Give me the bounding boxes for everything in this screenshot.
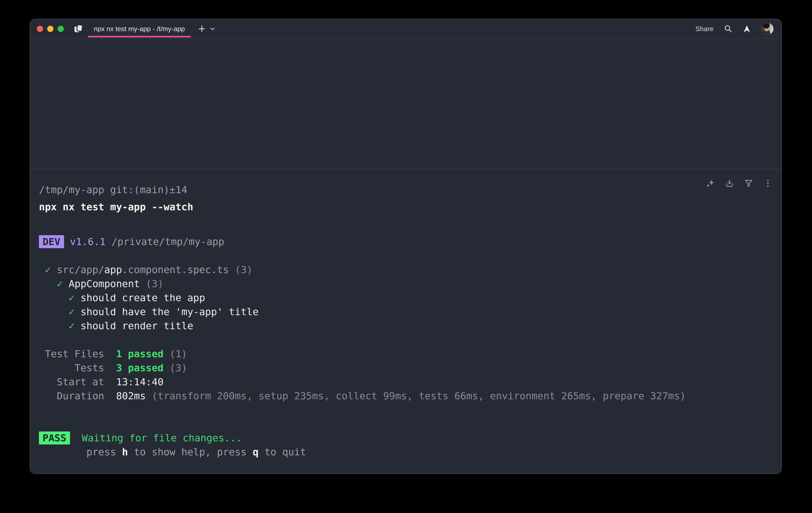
terminal-text-segment: src/app/ (57, 264, 104, 275)
terminal-text-segment: app (104, 264, 122, 275)
terminal-text-segment: h (122, 446, 128, 458)
filter-icon[interactable] (744, 179, 753, 188)
download-icon[interactable] (725, 179, 734, 188)
more-menu-icon[interactable] (763, 179, 773, 188)
terminal-text-segment (75, 320, 80, 331)
tab-active[interactable]: npx nx test my-app - /t/my-app (88, 19, 191, 38)
scrollback-area (30, 39, 781, 169)
terminal-line: Test Files 1 passed (1) (39, 347, 773, 361)
terminal-line (39, 417, 773, 431)
terminal-text-segment (75, 306, 80, 318)
terminal-line (39, 403, 773, 417)
terminal-text-segment: press (39, 446, 122, 458)
terminal-text-segment: to show help, press (128, 446, 253, 458)
terminal-line (39, 333, 773, 347)
tab-title: npx nx test my-app - /t/my-app (94, 25, 185, 33)
terminal-line: press h to show help, press q to quit (39, 445, 773, 459)
warp-logo-icon[interactable] (743, 25, 751, 33)
terminal-line: Tests 3 passed (3) (39, 361, 773, 375)
terminal-line: Duration 802ms (transform 200ms, setup 2… (39, 389, 773, 403)
terminal-text-segment: Duration (39, 390, 116, 402)
terminal-text-segment: should create the app (80, 292, 205, 303)
terminal-line (39, 221, 773, 235)
command-text[interactable]: npx nx test my-app --watch (39, 200, 773, 214)
shell-prompt[interactable]: /tmp/my-app git:(main)±14 (39, 183, 773, 197)
terminal-text-segment (39, 306, 68, 318)
pages-icon[interactable] (74, 24, 84, 33)
active-tab-underline (88, 36, 191, 37)
terminal-line: ✓ should render title (39, 319, 773, 333)
terminal-text-segment (229, 264, 235, 275)
terminal-text-segment: should render title (80, 320, 193, 331)
terminal-line: ✓ should have the 'my-app' title (39, 305, 773, 319)
terminal-line: DEV v1.6.1 /private/tmp/my-app (39, 235, 773, 249)
terminal-text-segment: DEV (39, 235, 64, 248)
terminal-output: DEV v1.6.1 /private/tmp/my-app ✓ src/app… (39, 221, 773, 459)
terminal-text-segment: ✓ (68, 306, 75, 318)
terminal-window: npx nx test my-app - /t/my-app + Share (30, 19, 782, 474)
terminal-text-segment: (1) (164, 348, 187, 359)
terminal-text-segment: AppComponent (68, 278, 140, 290)
terminal-text-segment: ✓ (57, 278, 63, 290)
terminal-text-segment: ✓ (68, 292, 75, 303)
terminal-text-segment (63, 278, 69, 290)
terminal-text-segment: 802ms (116, 390, 146, 402)
terminal-line: PASS Waiting for file changes... (39, 431, 773, 445)
terminal-text-segment: 1 passed (116, 348, 164, 359)
terminal-text-segment: to quit (259, 446, 306, 458)
sparkle-ai-icon[interactable] (706, 179, 715, 188)
terminal-text-segment: PASS (39, 431, 70, 444)
terminal-text-segment (51, 264, 57, 275)
tabs-chevron-icon[interactable] (210, 27, 215, 31)
terminal-text-segment: (3) (164, 362, 187, 374)
terminal-text-segment: q (253, 446, 259, 458)
terminal-line: ✓ AppComponent (3) (39, 277, 773, 291)
titlebar-right-controls: Share (696, 23, 774, 35)
terminal-text-segment: ✓ (45, 264, 51, 275)
terminal-text-segment: Tests (39, 362, 116, 374)
minimize-button[interactable] (47, 26, 53, 32)
terminal-text-segment: Test Files (39, 348, 116, 359)
zoom-button[interactable] (58, 26, 64, 32)
terminal-text-segment: 3 passed (116, 362, 164, 374)
terminal-text-segment: (3) (235, 264, 253, 275)
terminal-text-segment (39, 264, 45, 275)
terminal-text-segment: .component.spec.ts (122, 264, 229, 275)
terminal-text-segment: ✓ (68, 320, 75, 331)
terminal-text-segment (39, 320, 68, 331)
avatar[interactable] (761, 23, 774, 35)
terminal-text-segment (70, 432, 82, 444)
share-button[interactable]: Share (696, 25, 714, 33)
close-button[interactable] (37, 26, 43, 32)
terminal-text-segment: Waiting for file changes... (82, 432, 242, 444)
terminal-text-segment (75, 292, 80, 303)
terminal-text-segment: 13:14:40 (116, 376, 164, 387)
titlebar: npx nx test my-app - /t/my-app + Share (30, 19, 781, 39)
terminal-text-segment: Start at (39, 376, 116, 387)
terminal-text-segment: /private/tmp/my-app (106, 236, 224, 247)
new-tab-button[interactable]: + (198, 23, 205, 35)
terminal-text-segment (39, 292, 68, 303)
terminal-text-segment (64, 236, 70, 247)
terminal-line: ✓ should create the app (39, 291, 773, 305)
terminal-text-segment: (transform 200ms, setup 235ms, collect 9… (146, 390, 686, 402)
terminal-text-segment (39, 278, 57, 290)
terminal-text-segment: (3) (140, 278, 164, 290)
terminal-line (39, 249, 773, 263)
terminal-line: ✓ src/app/app.component.spec.ts (3) (39, 263, 773, 277)
terminal-text-segment: v1.6.1 (70, 236, 106, 247)
terminal-line: Start at 13:14:40 (39, 375, 773, 389)
traffic-lights (37, 26, 64, 32)
terminal-text-segment: should have the 'my-app' title (80, 306, 258, 318)
search-icon[interactable] (724, 24, 733, 33)
command-block: /tmp/my-app git:(main)±14 npx nx test my… (30, 169, 781, 459)
block-toolbar (706, 179, 773, 188)
